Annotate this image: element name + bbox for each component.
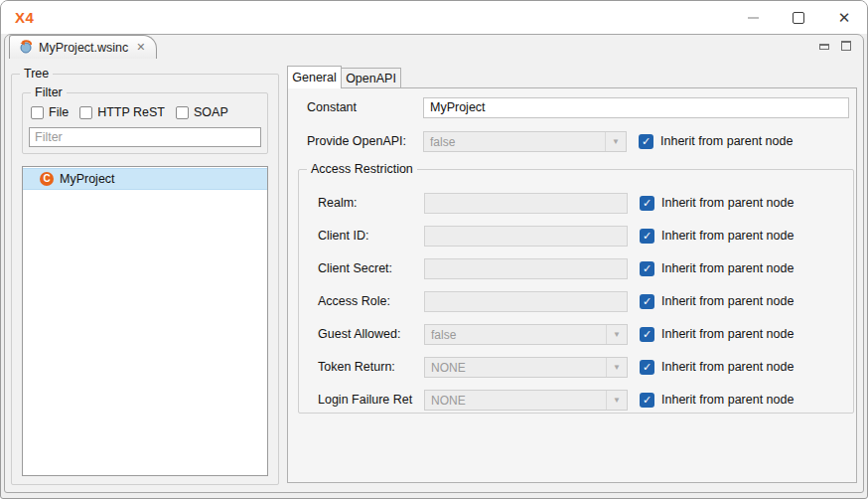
filter-checkbox-http-rest-label: HTTP ReST bbox=[97, 105, 165, 119]
inherit-label: Inherit from parent node bbox=[661, 327, 794, 341]
close-icon: ✕ bbox=[838, 10, 851, 25]
chevron-down-icon: ▼ bbox=[605, 132, 626, 151]
tree-group: Tree Filter File HTTP ReST SOAP bbox=[11, 74, 279, 485]
inherit-label: Inherit from parent node bbox=[661, 229, 794, 243]
inherit-checkbox-token-return[interactable]: ✓ Inherit from parent node bbox=[640, 360, 794, 375]
filter-group-label: Filter bbox=[31, 85, 67, 100]
inherit-checkbox-client-secret[interactable]: ✓ Inherit from parent node bbox=[640, 261, 794, 276]
combo-value: NONE bbox=[431, 361, 466, 375]
window-controls: ✕ bbox=[730, 1, 867, 34]
editor-tab-myproject[interactable]: MyProject.wsinc ✕ bbox=[9, 35, 157, 59]
guest-allowed-row: Guest Allowed: false ▼ ✓ Inherit from pa… bbox=[299, 323, 853, 345]
filter-checkbox-file[interactable]: File bbox=[31, 105, 69, 119]
minimize-button[interactable] bbox=[730, 1, 776, 34]
inherit-label: Inherit from parent node bbox=[661, 196, 794, 210]
tree-list[interactable]: C MyProject bbox=[22, 166, 268, 476]
filter-checkbox-soap-label: SOAP bbox=[194, 105, 228, 119]
combo-value: false bbox=[431, 328, 456, 342]
combo-value: false bbox=[430, 135, 455, 149]
constant-label: Constant bbox=[307, 100, 423, 114]
inherit-label: Inherit from parent node bbox=[661, 261, 794, 275]
tab-openapi[interactable]: OpenAPI bbox=[342, 68, 401, 88]
client-id-row: Client ID: ✓ Inherit from parent node bbox=[299, 225, 853, 247]
client-secret-field[interactable] bbox=[424, 258, 628, 279]
checkbox-unchecked-icon bbox=[79, 106, 92, 119]
editor-tab-title: MyProject.wsinc bbox=[39, 41, 128, 55]
view-maximize-icon[interactable] bbox=[841, 41, 851, 51]
client-id-label: Client ID: bbox=[318, 229, 424, 243]
filter-input[interactable] bbox=[29, 127, 261, 147]
general-tab-content: Constant Provide OpenAPI: false ▼ ✓ Inhe… bbox=[287, 87, 857, 483]
inherit-checkbox-login-failure[interactable]: ✓ Inherit from parent node bbox=[640, 393, 794, 408]
guest-allowed-label: Guest Allowed: bbox=[318, 327, 424, 341]
checkbox-checked-icon: ✓ bbox=[639, 134, 653, 149]
tab-general[interactable]: General bbox=[287, 66, 342, 88]
inherit-checkbox-realm[interactable]: ✓ Inherit from parent node bbox=[640, 196, 794, 211]
checkbox-checked-icon: ✓ bbox=[640, 196, 654, 211]
checkbox-checked-icon: ✓ bbox=[640, 294, 654, 309]
provide-openapi-row: Provide OpenAPI: false ▼ ✓ Inherit from … bbox=[288, 130, 856, 152]
checkbox-checked-icon: ✓ bbox=[640, 360, 654, 375]
checkbox-unchecked-icon bbox=[31, 106, 44, 119]
filter-checkbox-soap[interactable]: SOAP bbox=[176, 105, 228, 119]
access-restriction-group: Access Restriction Realm: ✓ Inherit from… bbox=[298, 169, 854, 414]
token-return-combo[interactable]: NONE ▼ bbox=[424, 357, 628, 378]
client-id-field[interactable] bbox=[424, 226, 628, 247]
combo-value: NONE bbox=[431, 394, 466, 408]
filter-checkboxes: File HTTP ReST SOAP bbox=[31, 105, 228, 119]
token-return-label: Token Return: bbox=[318, 360, 424, 374]
constant-row: Constant bbox=[288, 96, 856, 118]
chevron-down-icon: ▼ bbox=[606, 391, 627, 410]
client-secret-label: Client Secret: bbox=[318, 261, 424, 275]
tab-close-icon[interactable]: ✕ bbox=[136, 41, 145, 54]
token-return-row: Token Return: NONE ▼ ✓ Inherit from pare… bbox=[299, 356, 853, 378]
access-restriction-label: Access Restriction bbox=[307, 162, 417, 177]
inherit-label: Inherit from parent node bbox=[661, 294, 794, 308]
maximize-button[interactable] bbox=[776, 1, 821, 34]
inherit-checkbox-guest-allowed[interactable]: ✓ Inherit from parent node bbox=[640, 327, 794, 342]
access-role-field[interactable] bbox=[424, 291, 628, 312]
wsinc-file-icon bbox=[17, 38, 33, 58]
client-secret-row: Client Secret: ✓ Inherit from parent nod… bbox=[299, 257, 853, 279]
filter-checkbox-file-label: File bbox=[49, 105, 69, 119]
tree-item-label: MyProject bbox=[60, 172, 115, 186]
provide-openapi-label: Provide OpenAPI: bbox=[307, 134, 423, 148]
inherit-label: Inherit from parent node bbox=[661, 360, 794, 374]
titlebar: X4 ✕ bbox=[1, 1, 867, 34]
tree-group-label: Tree bbox=[20, 67, 53, 82]
checkbox-unchecked-icon bbox=[176, 106, 189, 119]
constant-field[interactable] bbox=[423, 97, 849, 118]
inherit-label: Inherit from parent node bbox=[660, 134, 793, 148]
view-buttons bbox=[819, 41, 851, 51]
chevron-down-icon: ▼ bbox=[606, 358, 627, 377]
minimize-icon bbox=[748, 17, 759, 19]
close-button[interactable]: ✕ bbox=[821, 1, 867, 34]
realm-label: Realm: bbox=[318, 196, 424, 210]
checkbox-checked-icon: ✓ bbox=[640, 229, 654, 244]
filter-group: Filter File HTTP ReST SOAP bbox=[22, 92, 268, 154]
login-failure-label: Login Failure Ret bbox=[318, 393, 424, 407]
inherit-label: Inherit from parent node bbox=[661, 393, 794, 407]
realm-row: Realm: ✓ Inherit from parent node bbox=[299, 192, 853, 214]
inherit-checkbox-client-id[interactable]: ✓ Inherit from parent node bbox=[640, 229, 794, 244]
login-failure-row: Login Failure Ret NONE ▼ ✓ Inherit from … bbox=[299, 389, 853, 411]
x4-logo: X4 bbox=[15, 9, 34, 26]
filter-checkbox-http-rest[interactable]: HTTP ReST bbox=[79, 105, 165, 119]
guest-allowed-combo[interactable]: false ▼ bbox=[424, 324, 628, 345]
inherit-checkbox-access-role[interactable]: ✓ Inherit from parent node bbox=[640, 294, 794, 309]
inherit-checkbox-provide-openapi[interactable]: ✓ Inherit from parent node bbox=[639, 134, 793, 149]
checkbox-checked-icon: ✓ bbox=[640, 327, 654, 342]
constant-icon: C bbox=[40, 172, 54, 186]
access-role-label: Access Role: bbox=[318, 294, 424, 308]
checkbox-checked-icon: ✓ bbox=[640, 261, 654, 276]
maximize-icon bbox=[793, 12, 804, 24]
tree-item-myproject[interactable]: C MyProject bbox=[23, 168, 267, 190]
chevron-down-icon: ▼ bbox=[606, 325, 627, 344]
view-minimize-icon[interactable] bbox=[819, 44, 829, 50]
provide-openapi-combo[interactable]: false ▼ bbox=[423, 131, 627, 152]
editor-area: MyProject.wsinc ✕ Tree Filter File bbox=[4, 34, 864, 493]
login-failure-combo[interactable]: NONE ▼ bbox=[424, 390, 628, 411]
application-window: X4 ✕ MyProject.wsinc ✕ bbox=[0, 0, 868, 499]
checkbox-checked-icon: ✓ bbox=[640, 393, 654, 408]
realm-field[interactable] bbox=[424, 193, 628, 214]
